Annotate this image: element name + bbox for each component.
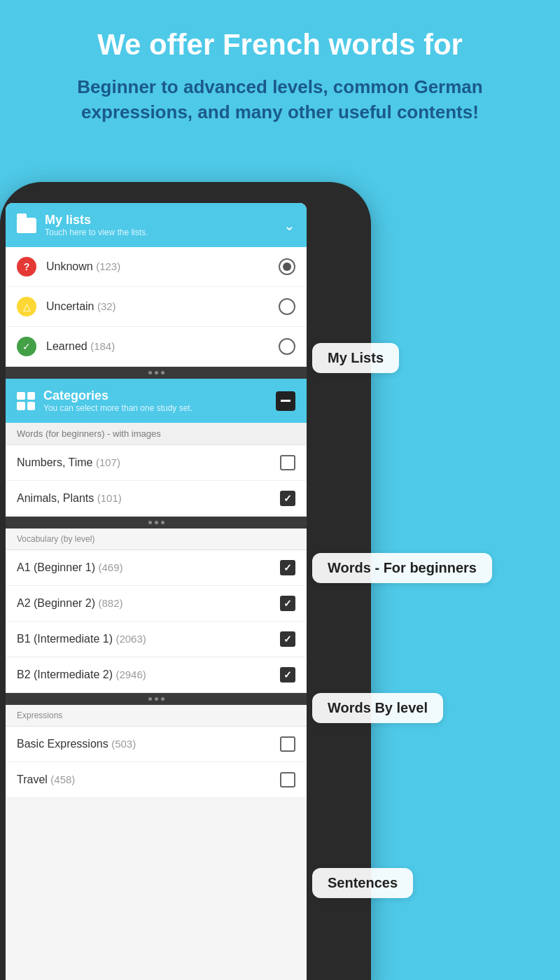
categories-title: Categories bbox=[43, 388, 267, 403]
chevron-down-icon: ⌄ bbox=[284, 217, 295, 234]
basic-expressions-count: (503) bbox=[111, 738, 136, 750]
b1-checkbox[interactable] bbox=[280, 631, 295, 647]
vocabulary-group-label: Vocabulary (by level) bbox=[6, 528, 307, 550]
dot bbox=[148, 371, 152, 374]
list-item-animals-plants[interactable]: Animals, Plants (101) bbox=[6, 481, 307, 517]
hero-subtitle: Beginner to advanced levels, common Germ… bbox=[42, 74, 518, 125]
list-item-unknown[interactable]: ? Unknown (123) bbox=[6, 247, 307, 287]
dots-divider-1 bbox=[6, 367, 307, 379]
categories-header[interactable]: Categories You can select more than one … bbox=[6, 379, 307, 423]
basic-expressions-checkbox[interactable] bbox=[280, 736, 295, 752]
minus-button[interactable] bbox=[276, 391, 295, 411]
uncertain-label: Uncertain (32) bbox=[46, 300, 269, 313]
animals-plants-count: (101) bbox=[97, 492, 122, 504]
unknown-status-icon: ? bbox=[17, 257, 36, 276]
categories-subtitle: You can select more than one study set. bbox=[43, 403, 267, 413]
b2-checkbox[interactable] bbox=[280, 667, 295, 682]
basic-expressions-label: Basic Expressions (503) bbox=[17, 738, 270, 750]
uncertain-count: (32) bbox=[97, 300, 116, 312]
uncertain-radio[interactable] bbox=[279, 298, 295, 315]
travel-label: Travel (458) bbox=[17, 774, 270, 786]
dot bbox=[155, 697, 158, 701]
b1-label: B1 (Intermediate 1) (2063) bbox=[17, 633, 270, 645]
travel-checkbox[interactable] bbox=[280, 772, 295, 788]
dot bbox=[161, 521, 164, 524]
hero-section: We offer French words for Beginner to ad… bbox=[0, 0, 560, 146]
a2-label: A2 (Beginner 2) (882) bbox=[17, 597, 270, 610]
animals-plants-checkbox[interactable] bbox=[280, 491, 295, 506]
app-content: My lists Touch here to view the lists. ⌄… bbox=[6, 203, 307, 798]
list-item-b1[interactable]: B1 (Intermediate 1) (2063) bbox=[6, 622, 307, 657]
b1-count: (2063) bbox=[115, 633, 146, 645]
hero-title: We offer French words for bbox=[42, 28, 518, 62]
numbers-time-checkbox[interactable] bbox=[280, 455, 295, 470]
list-item-a1[interactable]: A1 (Beginner 1) (469) bbox=[6, 550, 307, 586]
my-lists-title-group: My lists Touch here to view the lists. bbox=[45, 213, 275, 237]
travel-count: (458) bbox=[50, 774, 75, 785]
a2-checkbox[interactable] bbox=[280, 596, 295, 611]
numbers-time-label: Numbers, Time (107) bbox=[17, 456, 270, 469]
animals-plants-label: Animals, Plants (101) bbox=[17, 492, 270, 505]
learned-count: (184) bbox=[90, 340, 115, 352]
a1-checkbox[interactable] bbox=[280, 560, 295, 575]
list-item-b2[interactable]: B2 (Intermediate 2) (2946) bbox=[6, 657, 307, 693]
my-lists-subtitle: Touch here to view the lists. bbox=[45, 227, 275, 237]
dot bbox=[155, 521, 158, 524]
dot bbox=[148, 697, 152, 701]
list-item-a2[interactable]: A2 (Beginner 2) (882) bbox=[6, 586, 307, 622]
dot bbox=[161, 697, 164, 701]
a2-count: (882) bbox=[99, 597, 123, 609]
learned-label: Learned (184) bbox=[46, 340, 269, 353]
learned-radio[interactable] bbox=[279, 338, 295, 355]
list-item-numbers-time[interactable]: Numbers, Time (107) bbox=[6, 445, 307, 481]
my-lists-header[interactable]: My lists Touch here to view the lists. ⌄ bbox=[6, 203, 307, 247]
numbers-time-count: (107) bbox=[96, 456, 120, 468]
dot bbox=[148, 521, 152, 524]
dots-divider-2 bbox=[6, 517, 307, 528]
device-screen: My lists Touch here to view the lists. ⌄… bbox=[6, 203, 307, 980]
unknown-label: Unknown (123) bbox=[46, 260, 269, 273]
expressions-group-label: Expressions bbox=[6, 705, 307, 727]
folder-icon bbox=[17, 218, 36, 233]
a1-label: A1 (Beginner 1) (469) bbox=[17, 561, 270, 574]
b2-label: B2 (Intermediate 2) (2946) bbox=[17, 668, 270, 681]
list-item-travel[interactable]: Travel (458) bbox=[6, 762, 307, 798]
callout-words-for-beginners: Words - For beginners bbox=[312, 553, 492, 583]
dot bbox=[161, 371, 164, 374]
learned-status-icon: ✓ bbox=[17, 337, 36, 356]
callout-words-by-level: Words By level bbox=[312, 693, 443, 723]
unknown-radio[interactable] bbox=[279, 258, 295, 275]
callout-my-lists: My Lists bbox=[312, 343, 399, 373]
categories-title-group: Categories You can select more than one … bbox=[43, 388, 267, 413]
beginners-group-label: Words (for beginners) - with images bbox=[6, 423, 307, 445]
unknown-count: (123) bbox=[96, 260, 120, 272]
my-lists-title: My lists bbox=[45, 213, 275, 227]
uncertain-status-icon: △ bbox=[17, 297, 36, 316]
callout-sentences: Sentences bbox=[312, 868, 413, 898]
dot bbox=[155, 371, 158, 374]
list-item-learned[interactable]: ✓ Learned (184) bbox=[6, 327, 307, 367]
a1-count: (469) bbox=[99, 561, 123, 573]
list-item-uncertain[interactable]: △ Uncertain (32) bbox=[6, 287, 307, 327]
grid-icon bbox=[17, 392, 35, 410]
list-item-basic-expressions[interactable]: Basic Expressions (503) bbox=[6, 727, 307, 762]
b2-count: (2946) bbox=[115, 668, 146, 680]
dots-divider-3 bbox=[6, 693, 307, 705]
